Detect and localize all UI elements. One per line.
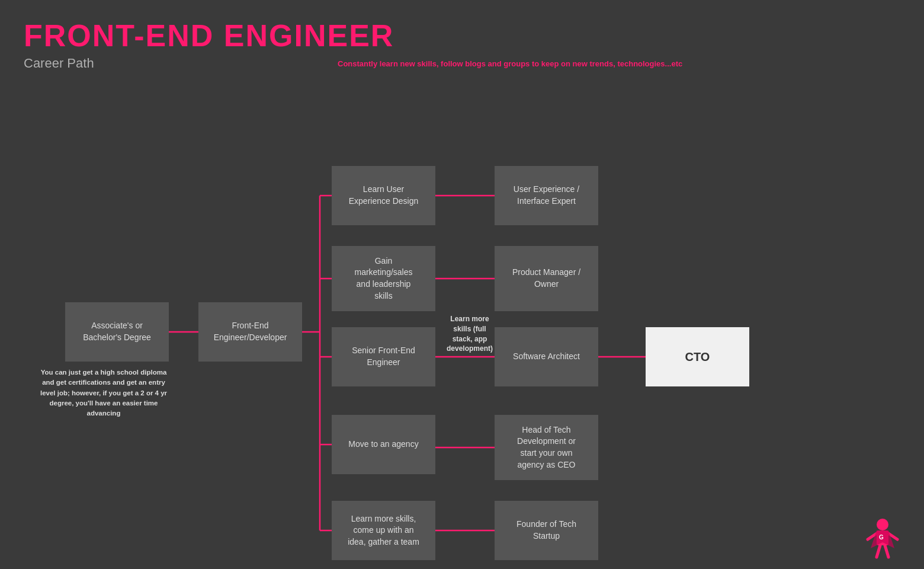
svg-text:G: G	[879, 534, 884, 541]
software-architect-box: Software Architect	[495, 327, 598, 386]
senior-frontend-box: Senior Front-EndEngineer	[332, 327, 435, 386]
founder-box: Founder of TechStartup	[495, 501, 598, 560]
svg-line-20	[877, 545, 880, 557]
cto-box: CTO	[646, 327, 749, 386]
head-tech-box: Head of TechDevelopment orstart your own…	[495, 415, 598, 480]
learn-more-skills-box: Learn more skills,come up with anidea, g…	[332, 501, 435, 560]
frontend-engineer-box: Front-EndEngineer/Developer	[198, 302, 302, 362]
svg-line-21	[885, 545, 888, 557]
main-title: FRONT-END ENGINEER	[24, 18, 394, 53]
move-agency-box: Move to an agency	[332, 415, 435, 474]
svg-point-15	[877, 519, 888, 530]
learn-ux-box: Learn UserExperience Design	[332, 166, 435, 225]
learn-more-note: Learn moreskills (fullstack, appdevelopm…	[443, 314, 496, 354]
mascot: G	[859, 516, 906, 563]
product-manager-box: Product Manager /Owner	[495, 246, 598, 311]
gain-marketing-box: Gainmarketing/salesand leadershipskills	[332, 246, 435, 311]
top-note: Constantly learn new skills, follow blog…	[338, 59, 682, 68]
associates-box: Associate's orBachelor's Degree	[65, 302, 169, 362]
degree-note: You can just get a high school diploma a…	[36, 367, 172, 418]
diagram: Associate's orBachelor's Degree You can …	[0, 77, 924, 563]
ux-expert-box: User Experience /Interface Expert	[495, 166, 598, 225]
